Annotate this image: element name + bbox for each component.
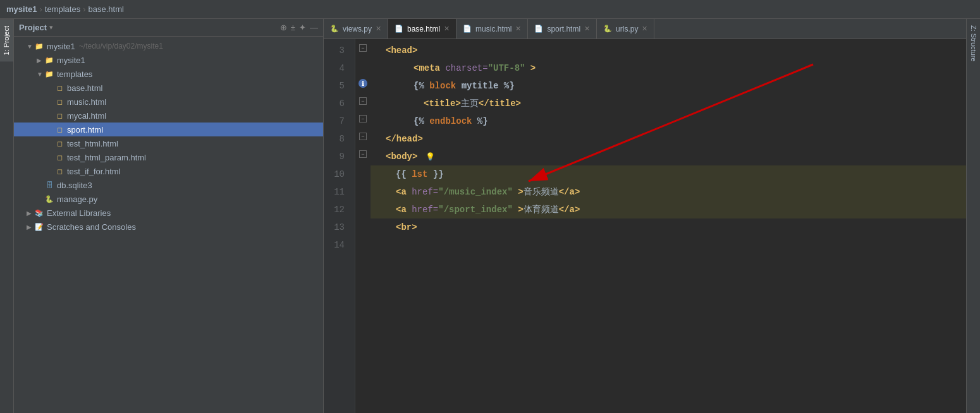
tree-icon-settings[interactable]: ✦ [299,23,306,32]
file-icon-base: ◻ [54,83,64,93]
gutter-7: − [355,110,371,128]
tab-label-base: base.html [407,25,440,33]
gutter-area: − ℹ − − − [355,39,371,413]
file-icon-test-if-for: ◻ [54,166,64,176]
tree-item-db-sqlite3[interactable]: 🗄 db.sqlite3 [14,178,323,192]
icon-ext-lib: 📚 [34,208,44,218]
code-block-name: mytitle [462,81,499,91]
line-num-12: 12 [324,201,350,218]
title-bar: mysite1 › templates › base.html [0,0,980,19]
tree-item-manage-py[interactable]: 🐍 manage.py [14,192,323,206]
tab-label-music: music.html [475,25,511,33]
tab-label-urls: urls.py [616,25,638,33]
line-num-10: 10 [324,165,350,183]
tree-item-test-if-for[interactable]: ◻ test_if_for.html [14,164,323,178]
project-dropdown-arrow[interactable]: ▾ [49,23,53,32]
gutter-bulb-9: 💡 [426,153,435,162]
tree-label-manage: manage.py [57,195,97,204]
code-tag-head-close: </head> [386,134,423,144]
tree-path-mysite1: ~/tedu/vip/day02/mysite1 [79,42,163,51]
gutter-fold-7[interactable]: − [359,115,367,123]
editor-lines[interactable]: <head> <meta charset="UTF-8" > {% [371,39,966,413]
tree-icon-add[interactable]: ⊕ [280,23,287,32]
line-num-14: 14 [324,236,350,254]
code-text-music: 音乐频道 [524,187,559,197]
tree-item-sport-html[interactable]: ◻ sport.html [14,123,323,136]
tree-label-base: base.html [67,83,102,93]
code-tpl-lst-close: }} [433,169,444,179]
tab-icon-music: 📄 [463,25,472,33]
tree-header-icons: ⊕ ± ✦ — [280,23,318,32]
tab-close-sport[interactable]: ✕ [584,25,590,33]
folder-icon-templates: 📁 [44,69,54,79]
file-tree-panel: Project ▾ ⊕ ± ✦ — ▼ 📁 mysite1 ~/tedu/vip… [14,19,324,413]
tree-icon-collapse[interactable]: ± [291,23,295,32]
file-tree-content: ▼ 📁 mysite1 ~/tedu/vip/day02/mysite1 ▶ 📁… [14,37,323,413]
tree-item-music-html[interactable]: ◻ music.html [14,95,323,109]
gutter-fold-6[interactable]: − [359,97,367,105]
icon-scratches: 📝 [34,222,44,232]
folder-icon-mysite1-inner: 📁 [44,55,54,65]
tab-base-html[interactable]: 📄 base.html ✕ [388,19,456,39]
tree-label-test-html-param: test_html_param.html [67,153,146,162]
file-icon-sport: ◻ [54,124,64,135]
tree-label-mysite1-inner: mysite1 [57,56,85,65]
title-folder: templates [45,4,80,14]
code-line-12: <a href="/sport_index" >体育频道</a> [371,201,966,218]
title-project: mysite1 [6,4,37,14]
code-var-lst: lst [412,169,433,179]
right-tab-structure[interactable]: Z: Structure [967,19,980,68]
code-tag-meta-open: <meta [413,63,440,73]
line-num-9: 9 [324,148,350,165]
tree-item-mycal-html[interactable]: ◻ mycal.html [14,109,323,123]
tree-item-mysite1-root[interactable]: ▼ 📁 mysite1 ~/tedu/vip/day02/mysite1 [14,39,323,53]
code-tag-head-open: <head> [386,45,417,56]
gutter-11 [355,181,371,198]
code-line-7: {% endblock %} [371,112,966,130]
gutter-6: − [355,92,371,110]
tree-item-templates[interactable]: ▼ 📁 templates [14,67,323,81]
tree-item-scratches[interactable]: ▶ 📝 Scratches and Consoles [14,220,323,234]
code-keyword-endblock: endblock [429,116,472,126]
gutter-warning-5[interactable]: ℹ [358,79,367,88]
line-num-5: 5 [324,77,350,95]
left-tab-project[interactable]: 1: Project [0,19,13,61]
code-line-10: {{ lst }} [371,165,966,183]
tab-urls-py[interactable]: 🐍 urls.py ✕ [597,19,654,39]
tree-item-external-libraries[interactable]: ▶ 📚 External Libraries [14,206,323,220]
code-tag-a2-close: </a> [559,205,580,215]
code-tag-a1-open: <a [396,187,407,197]
line-num-8: 8 [324,130,350,148]
line-num-4: 4 [324,59,350,77]
code-line-14 [371,236,966,254]
tree-item-base-html[interactable]: ◻ base.html [14,81,323,95]
gutter-fold-3[interactable]: − [359,44,367,52]
gutter-fold-8[interactable]: − [359,133,367,140]
left-tabs: 1: Project [0,19,14,413]
tab-close-music[interactable]: ✕ [515,25,521,33]
code-tag-title-close: </title> [479,99,521,109]
tab-close-views[interactable]: ✕ [376,25,381,33]
gutter-fold-9[interactable]: − [359,150,367,158]
tree-label-scratches: Scratches and Consoles [47,222,136,232]
code-line-3: <head> [371,42,966,59]
code-line-9: <body> 💡 [371,148,966,165]
tree-item-mysite1-inner[interactable]: ▶ 📁 mysite1 [14,53,323,67]
tab-close-base[interactable]: ✕ [444,25,450,33]
tree-icon-minimize[interactable]: — [310,23,318,32]
gutter-4 [355,57,371,75]
code-tag-body-open: <body> [386,152,417,162]
code-attr-href1: href= [412,187,438,197]
line-num-6: 6 [324,95,350,112]
code-val-href1: "/music_index" [438,187,513,197]
tab-close-urls[interactable]: ✕ [642,25,647,33]
tab-views-py[interactable]: 🐍 views.py ✕ [324,19,388,39]
code-line-4: <meta charset="UTF-8" > [371,59,966,77]
tree-item-test-html-param[interactable]: ◻ test_html_param.html [14,150,323,164]
tab-sport-html[interactable]: 📄 sport.html ✕ [528,19,597,39]
tree-item-test-html[interactable]: ◻ test_html.html [14,136,323,150]
file-icon-music: ◻ [54,97,64,107]
code-tag-br: <br> [396,222,417,232]
tab-music-html[interactable]: 📄 music.html ✕ [456,19,528,39]
gutter-9: − [355,145,371,163]
